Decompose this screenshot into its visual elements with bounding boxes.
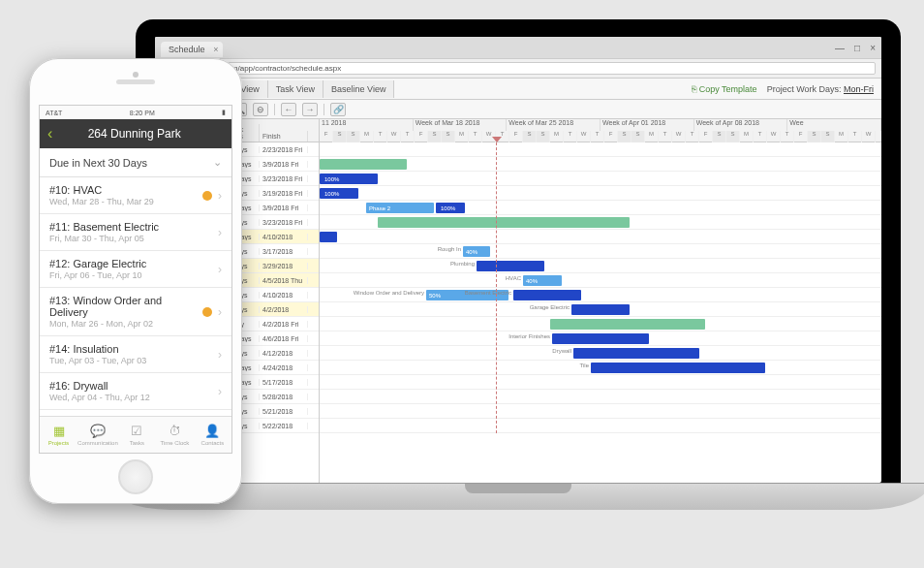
finish-cell[interactable]: 3/17/2018 — [260, 248, 308, 255]
finish-cell[interactable]: 4/5/2018 Thu — [260, 277, 308, 284]
list-item[interactable]: #16: DrywallWed, Apr 04 - Thu, Apr 12› — [40, 373, 231, 410]
gantt-bar[interactable] — [550, 319, 705, 330]
tabbar-item[interactable]: ▦Projects — [40, 417, 77, 453]
tab-label: Tasks — [130, 440, 144, 446]
tabbar-item[interactable]: ☑Tasks — [118, 417, 156, 453]
list-item[interactable]: #14: InsulationTue, Apr 03 - Tue, Apr 03… — [40, 336, 231, 373]
day-header: S — [821, 131, 835, 142]
item-text: #16: DrywallWed, Apr 04 - Thu, Apr 12 — [49, 380, 218, 402]
copy-template-label: Copy Template — [699, 84, 757, 94]
gantt-bar[interactable] — [591, 363, 765, 373]
gantt-bar[interactable]: 100% — [436, 203, 465, 213]
maximize-icon[interactable]: □ — [854, 43, 860, 53]
finish-cell[interactable]: 4/12/2018 — [260, 350, 308, 357]
next-icon[interactable]: → — [302, 103, 318, 116]
tabbar-item[interactable]: ⏱Time Clock — [156, 417, 194, 453]
finish-cell[interactable]: 4/2/2018 — [260, 306, 308, 313]
finish-cell[interactable]: 5/21/2018 — [260, 408, 308, 415]
address-bar[interactable]: w.co-construct.com/app/contractor/schedu… — [165, 62, 876, 75]
item-text: #10: HVACWed, Mar 28 - Thu, Mar 29 — [49, 184, 202, 206]
minimize-icon[interactable]: — — [835, 43, 845, 53]
home-button[interactable] — [118, 459, 153, 494]
tabbar-item[interactable]: 💬Communication — [77, 417, 118, 453]
gantt-bar[interactable] — [378, 217, 630, 228]
finish-cell[interactable]: 3/19/2018 Fri — [260, 190, 308, 197]
finish-cell[interactable]: 3/23/2018 Fri — [260, 175, 308, 182]
communication-icon: 💬 — [90, 424, 106, 438]
gantt-bar[interactable] — [571, 304, 630, 315]
gantt-bar[interactable]: 40% — [463, 246, 490, 257]
gantt-bar[interactable] — [320, 232, 337, 242]
finish-cell[interactable]: 4/6/2018 Fri — [260, 335, 308, 342]
week-header: Wee — [787, 119, 881, 131]
finish-cell[interactable]: 2/23/2018 Fri — [260, 146, 308, 153]
tab-title: Schedule — [169, 45, 205, 54]
item-text: #12: Garage ElectricFri, Apr 06 - Tue, A… — [49, 258, 218, 280]
gantt-bar[interactable]: Phase 2 — [366, 203, 434, 213]
list-item[interactable]: #10: HVACWed, Mar 28 - Thu, Mar 29› — [40, 177, 231, 214]
list-item[interactable]: #12: Garage ElectricFri, Apr 06 - Tue, A… — [40, 251, 231, 288]
bar-label: Garage Electric — [494, 304, 570, 310]
finish-cell[interactable]: 5/28/2018 — [260, 394, 308, 400]
finish-cell[interactable]: 3/23/2018 Fri — [260, 219, 308, 226]
gantt-row — [320, 390, 881, 404]
gantt-row: Plumbing — [320, 259, 881, 273]
item-title: #13: Window Order and Delivery — [49, 295, 202, 318]
phone-filter-dropdown[interactable]: Due in Next 30 Days ⌄ — [40, 148, 231, 177]
gantt-chart[interactable]: 100%100%Phase 2100%40%Rough InPlumbing40… — [320, 142, 881, 433]
view-tab[interactable]: Baseline View — [323, 80, 394, 98]
gantt-row: Interior Finishes — [320, 331, 881, 346]
window-controls: — □ × — [835, 43, 876, 53]
day-header: M — [645, 131, 659, 142]
view-tab[interactable]: Task View — [268, 80, 323, 98]
item-text: #13: Window Order and DeliveryMon, Mar 2… — [49, 295, 202, 329]
carrier-label: AT&T — [46, 110, 62, 116]
finish-cell[interactable]: 3/9/2018 Fri — [260, 205, 308, 211]
gantt-bar[interactable]: 40% — [523, 275, 562, 286]
phone-status-bar: AT&T 8:20 PM ▮ — [40, 106, 231, 119]
gantt-timeline-header: 11 2018Week of Mar 18 2018Week of Mar 25… — [320, 119, 881, 142]
finish-cell[interactable]: 5/22/2018 — [260, 423, 308, 429]
finish-cell[interactable]: 4/10/2018 — [260, 292, 308, 299]
list-item[interactable]: #13: Window Order and DeliveryMon, Mar 2… — [40, 288, 231, 336]
gantt-row — [320, 142, 881, 157]
gantt-row: 100% — [320, 186, 881, 201]
back-icon[interactable]: ‹ — [47, 125, 52, 142]
close-window-icon[interactable]: × — [870, 43, 876, 53]
week-header: Week of Apr 08 2018 — [694, 119, 788, 131]
close-icon[interactable]: × — [213, 45, 218, 54]
week-header: 11 2018 — [320, 119, 414, 131]
item-title: #11: Basement Electric — [49, 221, 218, 233]
browser-tab[interactable]: Schedule × — [161, 42, 223, 57]
day-header: T — [401, 131, 415, 142]
tabbar-item[interactable]: 👤Contacts — [194, 417, 231, 453]
gantt-bar[interactable] — [477, 261, 544, 271]
list-item[interactable]: #11: Basement ElectricFri, Mar 30 - Thu,… — [40, 214, 231, 251]
gantt-bar[interactable] — [552, 333, 649, 344]
phone-camera — [133, 72, 139, 78]
gantt-bar[interactable] — [320, 159, 407, 170]
gantt-bar[interactable]: 100% — [320, 188, 358, 199]
project-days-link[interactable]: Mon-Fri — [844, 84, 874, 94]
gantt-row — [320, 375, 881, 390]
finish-cell[interactable]: 5/17/2018 — [260, 379, 308, 386]
zoom-out-icon[interactable]: ⊖ — [253, 103, 268, 116]
gantt-bar[interactable] — [513, 290, 581, 300]
gantt-bar[interactable]: 100% — [320, 174, 378, 184]
finish-cell[interactable]: 4/10/2018 — [260, 234, 308, 240]
finish-cell[interactable]: 3/29/2018 — [260, 263, 308, 269]
gantt-bar[interactable] — [573, 348, 699, 359]
gantt-row — [320, 404, 881, 419]
chevron-right-icon: › — [218, 263, 222, 276]
laptop-frame: Schedule × — □ × w.co-construct.com/app/… — [136, 19, 901, 523]
finish-cell[interactable]: 4/24/2018 — [260, 364, 308, 371]
copy-template-button[interactable]: ⎘ Copy Template — [692, 84, 757, 94]
link-icon[interactable]: 🔗 — [330, 103, 346, 116]
phone-list: #10: HVACWed, Mar 28 - Thu, Mar 29›#11: … — [40, 177, 231, 416]
finish-cell[interactable]: 3/9/2018 Fri — [260, 161, 308, 168]
prev-icon[interactable]: ← — [281, 103, 296, 116]
chevron-right-icon: › — [218, 189, 222, 203]
item-title: #12: Garage Electric — [49, 258, 218, 269]
finish-cell[interactable]: 4/2/2018 Fri — [260, 321, 308, 328]
gantt-row: 100% — [320, 172, 881, 186]
